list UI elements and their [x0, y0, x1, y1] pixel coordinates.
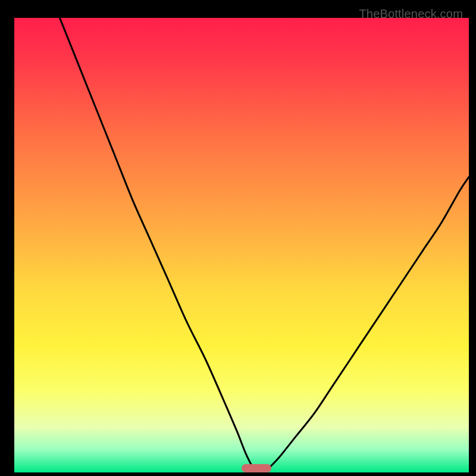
- minimum-marker: [242, 464, 271, 472]
- chart-frame: TheBottleneck.com: [7, 7, 469, 469]
- plot-area: [14, 18, 469, 472]
- curve-path: [60, 18, 469, 472]
- bottleneck-curve: [14, 18, 469, 472]
